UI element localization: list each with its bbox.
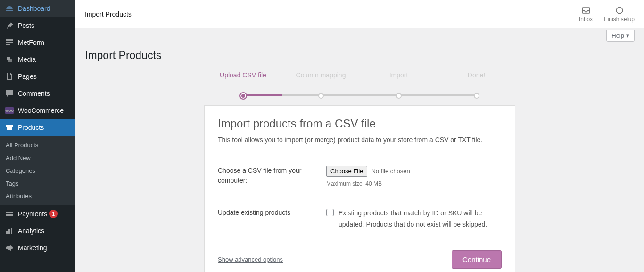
sidebar-item-metform[interactable]: MetForm: [0, 34, 75, 51]
svg-rect-0: [6, 39, 13, 41]
step-label: Done!: [438, 71, 515, 79]
pin-icon: [5, 21, 14, 30]
sidebar-item-dashboard[interactable]: Dashboard: [0, 0, 75, 17]
step-dot-icon: [318, 93, 324, 99]
main-content: Import Products Inbox Finish setup Help …: [75, 0, 644, 272]
inbox-label: Inbox: [579, 16, 593, 23]
comment-icon: [5, 89, 14, 98]
svg-rect-1: [6, 42, 13, 43]
step-label: Column mapping: [282, 71, 360, 79]
file-chosen-status: No file chosen: [371, 168, 410, 175]
sidebar-item-label: MetForm: [18, 39, 44, 46]
step-upload: Upload CSV file: [204, 71, 282, 96]
max-size-hint: Maximum size: 40 MB: [326, 180, 502, 187]
help-tab[interactable]: Help ▾: [606, 30, 635, 42]
sidebar-item-pages[interactable]: Pages: [0, 68, 75, 85]
finish-setup-button[interactable]: Finish setup: [604, 6, 635, 23]
submenu-item-add-new[interactable]: Add New: [0, 152, 75, 164]
svg-rect-3: [6, 125, 13, 127]
topbar: Import Products Inbox Finish setup: [75, 0, 644, 28]
step-mapping: Column mapping: [282, 71, 360, 96]
media-icon: [5, 55, 14, 64]
step-done: Done!: [438, 71, 515, 96]
svg-rect-4: [7, 127, 12, 130]
svg-rect-7: [6, 213, 13, 214]
sidebar-item-products[interactable]: Products: [0, 119, 75, 136]
step-import: Import: [360, 71, 438, 96]
chevron-down-icon: ▾: [626, 32, 629, 39]
step-dot-icon: [396, 93, 402, 99]
update-field-label: Update existing products: [218, 208, 317, 218]
file-field-label: Choose a CSV file from your computer:: [218, 166, 317, 186]
sidebar-item-payments[interactable]: Payments 1: [0, 205, 75, 222]
archive-icon: [5, 123, 14, 132]
inbox-button[interactable]: Inbox: [579, 6, 593, 23]
chart-icon: [5, 226, 14, 236]
inbox-icon: [581, 6, 591, 15]
sidebar-item-woocommerce[interactable]: woo WooCommerce: [0, 102, 75, 119]
svg-point-12: [616, 7, 622, 13]
sidebar-item-posts[interactable]: Posts: [0, 17, 75, 34]
svg-rect-10: [11, 228, 12, 234]
submenu-item-tags[interactable]: Tags: [0, 177, 75, 190]
card-heading: Import products from a CSV file: [218, 117, 502, 130]
topbar-actions: Inbox Finish setup: [579, 6, 635, 23]
wizard-steps: Upload CSV file Column mapping Import Do…: [204, 71, 515, 96]
continue-button[interactable]: Continue: [452, 250, 502, 269]
sidebar-item-marketing[interactable]: Marketing: [0, 239, 75, 256]
help-label: Help: [611, 32, 624, 39]
admin-sidebar: Dashboard Posts MetForm Media Pages Comm…: [0, 0, 75, 272]
sidebar-item-label: Products: [18, 124, 44, 131]
sidebar-item-media[interactable]: Media: [0, 51, 75, 68]
finish-setup-label: Finish setup: [604, 16, 635, 23]
submenu-item-categories[interactable]: Categories: [0, 164, 75, 177]
circle-icon: [615, 6, 624, 15]
svg-rect-5: [8, 128, 10, 128]
show-advanced-link[interactable]: Show advanced options: [218, 256, 283, 263]
sidebar-item-label: WooCommerce: [18, 107, 64, 114]
sidebar-item-label: Marketing: [18, 244, 47, 252]
notification-badge: 1: [49, 210, 58, 218]
form-icon: [5, 38, 14, 47]
credit-card-icon: [5, 209, 14, 219]
sidebar-item-label: Pages: [18, 73, 37, 80]
sidebar-item-label: Dashboard: [18, 5, 50, 12]
products-submenu: All Products Add New Categories Tags Att…: [0, 136, 75, 205]
sidebar-item-label: Posts: [18, 22, 34, 29]
step-label: Import: [360, 71, 438, 79]
step-label: Upload CSV file: [204, 71, 282, 79]
sidebar-item-label: Analytics: [18, 227, 44, 235]
submenu-item-all-products[interactable]: All Products: [0, 139, 75, 152]
choose-file-button[interactable]: Choose File: [326, 166, 367, 177]
sidebar-item-label: Comments: [18, 90, 50, 97]
svg-rect-9: [8, 229, 10, 234]
gauge-icon: [5, 4, 14, 13]
step-dot-icon: [239, 92, 247, 100]
import-card: Import products from a CSV file This too…: [204, 105, 515, 272]
sidebar-item-label: Media: [18, 56, 36, 63]
sidebar-item-label: Payments: [18, 210, 47, 218]
submenu-item-attributes[interactable]: Attributes: [0, 190, 75, 203]
woo-icon: woo: [5, 106, 14, 115]
svg-rect-2: [6, 44, 10, 45]
step-dot-icon: [474, 93, 479, 99]
topbar-title: Import Products: [85, 10, 132, 18]
sidebar-item-comments[interactable]: Comments: [0, 85, 75, 102]
update-existing-checkbox[interactable]: [326, 209, 334, 216]
pages-icon: [5, 72, 14, 81]
card-description: This tool allows you to import (or merge…: [218, 136, 502, 144]
svg-rect-8: [6, 231, 8, 234]
update-description: Existing products that match by ID or SK…: [339, 208, 502, 230]
page-title: Import Products: [85, 49, 635, 62]
sidebar-item-analytics[interactable]: Analytics: [0, 222, 75, 239]
megaphone-icon: [5, 243, 14, 253]
